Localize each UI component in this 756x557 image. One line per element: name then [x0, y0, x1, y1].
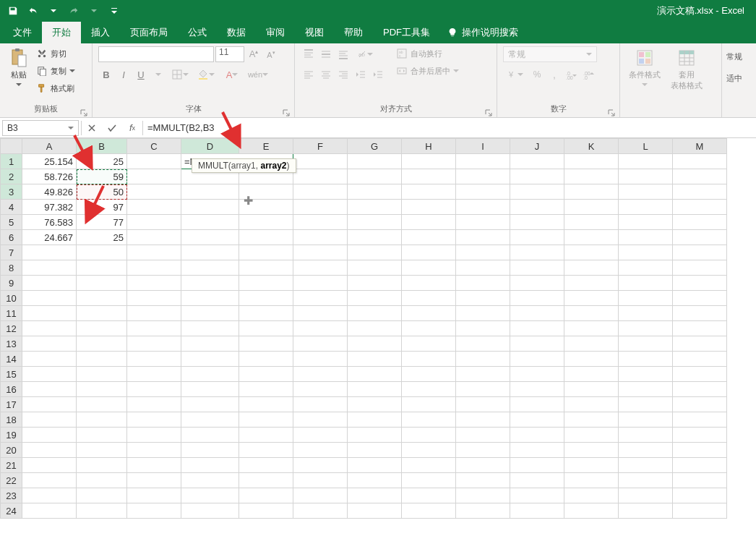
tab-data[interactable]: 数据 — [217, 22, 256, 43]
format-painter-button[interactable]: 格式刷 — [36, 81, 75, 95]
increase-decimal-icon[interactable]: .0.00 — [564, 67, 580, 82]
cell-A6[interactable]: 24.667 — [22, 230, 77, 245]
cell-A5[interactable]: 76.583 — [22, 215, 77, 230]
row-header-6[interactable]: 6 — [1, 230, 22, 245]
col-header-K[interactable]: K — [564, 139, 619, 154]
col-header-B[interactable]: B — [77, 139, 127, 154]
tell-me-search[interactable]: 操作说明搜索 — [440, 22, 525, 43]
fx-button[interactable]: fx — [122, 120, 142, 136]
cell-B6[interactable]: 25 — [77, 230, 127, 245]
style-normal[interactable]: 常规 — [726, 46, 742, 67]
tab-view[interactable]: 视图 — [295, 22, 334, 43]
undo-dropdown-icon[interactable] — [45, 2, 62, 20]
font-color-button[interactable]: A — [220, 67, 244, 82]
tooltip-arg2[interactable]: array2 — [260, 161, 286, 171]
increase-indent-icon[interactable] — [370, 67, 386, 82]
decrease-font-icon[interactable]: A▾ — [263, 46, 279, 62]
decrease-indent-icon[interactable] — [353, 67, 369, 82]
border-button[interactable] — [168, 67, 192, 82]
cell-A4[interactable]: 97.382 — [22, 200, 77, 215]
save-icon[interactable] — [4, 2, 22, 20]
align-right-icon[interactable] — [335, 67, 351, 82]
number-dialog-launcher[interactable] — [608, 106, 617, 115]
tab-review[interactable]: 审阅 — [256, 22, 295, 43]
phonetic-button[interactable]: wén — [246, 67, 270, 82]
formula-input[interactable] — [143, 120, 756, 136]
col-header-M[interactable]: M — [673, 139, 727, 154]
underline-dropdown[interactable] — [150, 67, 166, 82]
alignment-dialog-launcher[interactable] — [485, 106, 494, 115]
wrap-text-button[interactable]: abc 自动换行 — [396, 46, 459, 61]
cell-B5[interactable]: 77 — [77, 215, 127, 230]
fill-color-button[interactable] — [194, 67, 218, 82]
number-format-combo[interactable]: 常规 — [503, 46, 597, 62]
col-header-A[interactable]: A — [22, 139, 77, 154]
font-dialog-launcher[interactable] — [283, 106, 291, 115]
row-header-2[interactable]: 2 — [1, 169, 22, 184]
comma-format-icon[interactable]: , — [546, 67, 562, 82]
orientation-button[interactable]: ab — [353, 46, 377, 62]
col-header-E[interactable]: E — [239, 139, 293, 154]
select-all-corner[interactable] — [1, 139, 22, 154]
row-header-3[interactable]: 3 — [1, 184, 22, 200]
redo-icon[interactable] — [65, 2, 82, 20]
tooltip-arg1[interactable]: array1 — [231, 161, 256, 171]
row-header-4[interactable]: 4 — [1, 200, 22, 215]
style-good[interactable]: 适中 — [726, 68, 742, 88]
conditional-formatting-button[interactable]: 条件格式 — [626, 46, 663, 89]
spreadsheet-grid[interactable]: A B C D E F G H I J K L M 125.15425 =MMU… — [0, 138, 756, 519]
cell-A1[interactable]: 25.154 — [22, 154, 77, 169]
cell-A3[interactable]: 49.826 — [22, 184, 77, 200]
name-box[interactable]: B3 — [2, 120, 79, 136]
clipboard-dialog-launcher[interactable] — [80, 106, 89, 115]
paste-button[interactable]: 粘贴 — [6, 46, 32, 89]
row-header-5[interactable]: 5 — [1, 215, 22, 230]
row-header-1[interactable]: 1 — [1, 154, 22, 169]
align-bottom-icon[interactable] — [335, 46, 351, 62]
font-name-combo[interactable] — [98, 46, 214, 62]
tab-pdf[interactable]: PDF工具集 — [373, 22, 440, 43]
cell-B1[interactable]: 25 — [77, 154, 127, 169]
tab-insert[interactable]: 插入 — [81, 22, 120, 43]
cell-A2[interactable]: 58.726 — [22, 169, 77, 184]
align-left-icon[interactable] — [301, 67, 317, 82]
decrease-decimal-icon[interactable]: .00.0 — [581, 67, 597, 82]
italic-button[interactable]: I — [116, 67, 132, 82]
cancel-button[interactable] — [82, 120, 102, 136]
merge-center-button[interactable]: 合并后居中 — [396, 64, 459, 78]
tab-home[interactable]: 开始 — [42, 22, 81, 43]
tab-file[interactable]: 文件 — [3, 22, 42, 43]
tab-layout[interactable]: 页面布局 — [120, 22, 178, 43]
copy-icon — [36, 65, 48, 77]
cell-B2[interactable]: 59 — [77, 169, 127, 184]
accounting-format-icon[interactable]: ¥ — [503, 67, 528, 82]
increase-font-icon[interactable]: A▴ — [246, 46, 262, 62]
format-as-table-button[interactable]: 套用 表格格式 — [668, 46, 705, 93]
percent-format-icon[interactable]: % — [529, 67, 545, 82]
col-header-C[interactable]: C — [127, 139, 181, 154]
align-center-icon[interactable] — [318, 67, 334, 82]
tab-help[interactable]: 帮助 — [334, 22, 373, 43]
col-header-G[interactable]: G — [348, 139, 402, 154]
cell-B3[interactable]: 50 — [77, 184, 127, 200]
tab-formula[interactable]: 公式 — [178, 22, 217, 43]
cut-button[interactable]: 剪切 — [36, 46, 75, 61]
align-middle-icon[interactable] — [318, 46, 334, 62]
undo-icon[interactable] — [25, 2, 42, 20]
col-header-D[interactable]: D — [181, 139, 239, 154]
col-header-H[interactable]: H — [402, 139, 456, 154]
bold-button[interactable]: B — [98, 67, 114, 82]
col-header-I[interactable]: I — [456, 139, 510, 154]
col-header-J[interactable]: J — [510, 139, 564, 154]
align-top-icon[interactable] — [301, 46, 317, 62]
cell-B4[interactable]: 97 — [77, 200, 127, 215]
copy-button[interactable]: 复制 — [36, 64, 75, 78]
qat-customize-icon[interactable] — [106, 2, 123, 20]
underline-button[interactable]: U — [133, 67, 149, 82]
chevron-down-icon — [69, 68, 75, 74]
enter-button[interactable] — [102, 120, 122, 136]
font-size-combo[interactable]: 11 — [215, 46, 244, 62]
col-header-F[interactable]: F — [293, 139, 348, 154]
redo-dropdown-icon[interactable] — [85, 2, 103, 20]
col-header-L[interactable]: L — [619, 139, 673, 154]
